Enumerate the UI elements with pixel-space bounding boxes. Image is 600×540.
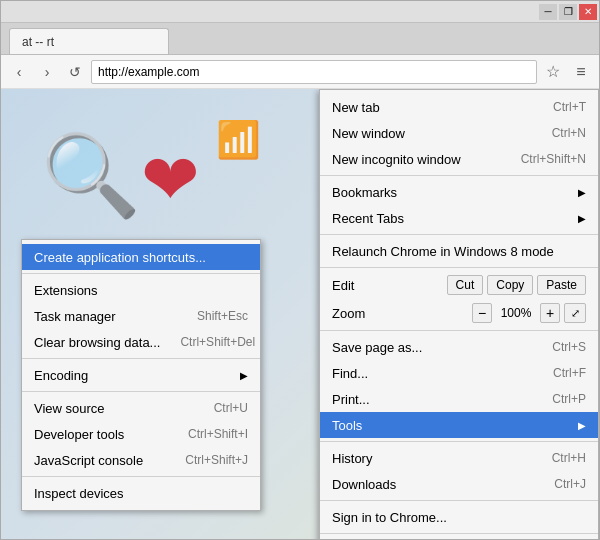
- heart-decoration: ❤: [141, 139, 200, 221]
- zoom-plus-button[interactable]: +: [540, 303, 560, 323]
- tab-label: at -- rt: [22, 35, 54, 49]
- menu-item-bookmarks[interactable]: Bookmarks ▶: [320, 179, 598, 205]
- menu-item-signin[interactable]: Sign in to Chrome...: [320, 504, 598, 530]
- submenu-item-task-manager[interactable]: Task manager Shift+Esc: [22, 303, 260, 329]
- main-menu: New tab Ctrl+T New window Ctrl+N New inc…: [319, 89, 599, 539]
- submenu-item-inspect-devices[interactable]: Inspect devices: [22, 480, 260, 506]
- copy-button[interactable]: Copy: [487, 275, 533, 295]
- submenu-item-developer-tools[interactable]: Developer tools Ctrl+Shift+I: [22, 421, 260, 447]
- menu-sep-5: [320, 441, 598, 442]
- menu-item-downloads[interactable]: Downloads Ctrl+J: [320, 471, 598, 497]
- menu-item-settings[interactable]: Settings: [320, 537, 598, 539]
- submenu-item-extensions[interactable]: Extensions: [22, 277, 260, 303]
- menu-sep-6: [320, 500, 598, 501]
- menu-item-history[interactable]: History Ctrl+H: [320, 445, 598, 471]
- menu-item-incognito[interactable]: New incognito window Ctrl+Shift+N: [320, 146, 598, 172]
- paste-button[interactable]: Paste: [537, 275, 586, 295]
- menu-item-tools[interactable]: Tools ▶: [320, 412, 598, 438]
- zoom-fullscreen-button[interactable]: ⤢: [564, 303, 586, 323]
- tab-bar: at -- rt: [1, 23, 599, 55]
- menu-item-print[interactable]: Print... Ctrl+P: [320, 386, 598, 412]
- menu-sep-3: [320, 267, 598, 268]
- search-decoration: 🔍: [41, 129, 141, 223]
- menu-item-find[interactable]: Find... Ctrl+F: [320, 360, 598, 386]
- tools-submenu: Create application shortcuts... Extensio…: [21, 239, 261, 511]
- menu-item-recent-tabs[interactable]: Recent Tabs ▶: [320, 205, 598, 231]
- page-content: 🔍 ❤ 📶 slon Create application shortcuts.…: [1, 89, 599, 539]
- page-background: 🔍 ❤ 📶 slon Create application shortcuts.…: [1, 89, 599, 539]
- menu-button[interactable]: ≡: [569, 60, 593, 84]
- refresh-button[interactable]: ↺: [63, 60, 87, 84]
- nav-bar: ‹ › ↺ ☆ ≡: [1, 55, 599, 89]
- zoom-minus-button[interactable]: −: [472, 303, 492, 323]
- cut-button[interactable]: Cut: [447, 275, 484, 295]
- menu-sep-7: [320, 533, 598, 534]
- title-bar: ─ ❐ ✕: [1, 1, 599, 23]
- maximize-button[interactable]: ❐: [559, 4, 577, 20]
- forward-button[interactable]: ›: [35, 60, 59, 84]
- submenu-separator-4: [22, 476, 260, 477]
- submenu-item-encoding[interactable]: Encoding ▶: [22, 362, 260, 388]
- address-bar[interactable]: [91, 60, 537, 84]
- menu-item-save-page[interactable]: Save page as... Ctrl+S: [320, 334, 598, 360]
- submenu-item-javascript-console[interactable]: JavaScript console Ctrl+Shift+J: [22, 447, 260, 473]
- menu-item-edit: Edit Cut Copy Paste: [320, 271, 598, 299]
- browser-window: ─ ❐ ✕ at -- rt ‹ › ↺ ☆ ≡ 🔍 ❤ 📶 slon: [0, 0, 600, 540]
- signal-decoration: 📶: [216, 119, 261, 161]
- submenu-item-clear-browsing[interactable]: Clear browsing data... Ctrl+Shift+Del: [22, 329, 260, 355]
- zoom-value: 100%: [498, 306, 534, 320]
- active-tab[interactable]: at -- rt: [9, 28, 169, 54]
- submenu-item-view-source[interactable]: View source Ctrl+U: [22, 395, 260, 421]
- menu-item-zoom: Zoom − 100% + ⤢: [320, 299, 598, 327]
- back-button[interactable]: ‹: [7, 60, 31, 84]
- minimize-button[interactable]: ─: [539, 4, 557, 20]
- menu-item-new-window[interactable]: New window Ctrl+N: [320, 120, 598, 146]
- menu-item-new-tab[interactable]: New tab Ctrl+T: [320, 94, 598, 120]
- submenu-separator-1: [22, 273, 260, 274]
- toolbar-icons: ☆ ≡: [541, 60, 593, 84]
- submenu-separator-2: [22, 358, 260, 359]
- submenu-item-create-shortcuts[interactable]: Create application shortcuts...: [22, 244, 260, 270]
- submenu-separator-3: [22, 391, 260, 392]
- menu-item-relaunch[interactable]: Relaunch Chrome in Windows 8 mode: [320, 238, 598, 264]
- menu-sep-1: [320, 175, 598, 176]
- menu-sep-4: [320, 330, 598, 331]
- menu-sep-2: [320, 234, 598, 235]
- close-button[interactable]: ✕: [579, 4, 597, 20]
- bookmark-button[interactable]: ☆: [541, 60, 565, 84]
